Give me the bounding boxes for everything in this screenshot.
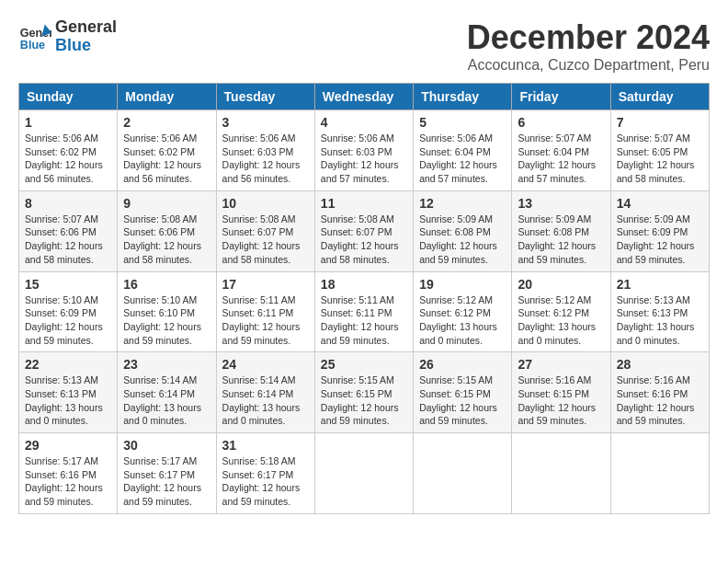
day-info: Sunrise: 5:07 AM Sunset: 6:06 PM Dayligh… — [25, 213, 111, 267]
daylight-label: Daylight: 12 hours and 59 minutes. — [321, 321, 399, 346]
logo-text: General Blue — [55, 18, 117, 55]
calendar-cell: 8 Sunrise: 5:07 AM Sunset: 6:06 PM Dayli… — [19, 190, 118, 271]
calendar-cell: 30 Sunrise: 5:17 AM Sunset: 6:17 PM Dayl… — [118, 433, 216, 514]
calendar-cell: 15 Sunrise: 5:10 AM Sunset: 6:09 PM Dayl… — [19, 271, 118, 352]
calendar-cell: 17 Sunrise: 5:11 AM Sunset: 6:11 PM Dayl… — [216, 271, 314, 352]
sunrise-label: Sunrise: 5:09 AM — [419, 213, 493, 224]
sunrise-label: Sunrise: 5:09 AM — [617, 213, 690, 224]
calendar-cell: 23 Sunrise: 5:14 AM Sunset: 6:14 PM Dayl… — [118, 352, 216, 433]
sunset-label: Sunset: 6:04 PM — [518, 146, 589, 157]
day-info: Sunrise: 5:06 AM Sunset: 6:04 PM Dayligh… — [419, 132, 506, 186]
day-number: 18 — [321, 277, 407, 292]
sunset-label: Sunset: 6:17 PM — [123, 469, 195, 480]
sunrise-label: Sunrise: 5:10 AM — [25, 294, 98, 305]
calendar-week-row: 22 Sunrise: 5:13 AM Sunset: 6:13 PM Dayl… — [19, 352, 710, 433]
sunset-label: Sunset: 6:03 PM — [222, 146, 294, 157]
day-info: Sunrise: 5:09 AM Sunset: 6:08 PM Dayligh… — [419, 213, 506, 267]
sunrise-label: Sunrise: 5:12 AM — [419, 294, 493, 305]
sunset-label: Sunset: 6:14 PM — [123, 388, 195, 399]
calendar-cell — [314, 433, 413, 514]
sunrise-label: Sunrise: 5:06 AM — [123, 132, 197, 144]
day-info: Sunrise: 5:14 AM Sunset: 6:14 PM Dayligh… — [123, 373, 210, 428]
day-info: Sunrise: 5:14 AM Sunset: 6:14 PM Dayligh… — [222, 373, 309, 428]
day-number: 5 — [419, 115, 506, 130]
calendar-cell: 4 Sunrise: 5:06 AM Sunset: 6:03 PM Dayli… — [314, 110, 413, 191]
header-tuesday: Tuesday — [216, 84, 314, 110]
sunset-label: Sunset: 6:14 PM — [222, 388, 294, 399]
calendar-cell: 19 Sunrise: 5:12 AM Sunset: 6:12 PM Dayl… — [414, 271, 512, 352]
day-info: Sunrise: 5:12 AM Sunset: 6:12 PM Dayligh… — [419, 293, 506, 348]
sunrise-label: Sunrise: 5:07 AM — [617, 132, 690, 144]
daylight-label: Daylight: 12 hours and 59 minutes. — [419, 402, 497, 427]
sunrise-label: Sunrise: 5:16 AM — [617, 374, 690, 385]
day-info: Sunrise: 5:16 AM Sunset: 6:15 PM Dayligh… — [518, 373, 604, 428]
sunset-label: Sunset: 6:15 PM — [419, 388, 491, 399]
daylight-label: Daylight: 12 hours and 59 minutes. — [518, 240, 596, 265]
sunrise-label: Sunrise: 5:13 AM — [25, 374, 98, 385]
sunset-label: Sunset: 6:08 PM — [518, 226, 589, 237]
day-number: 9 — [123, 196, 210, 211]
calendar-cell: 1 Sunrise: 5:06 AM Sunset: 6:02 PM Dayli… — [19, 110, 118, 191]
daylight-label: Daylight: 12 hours and 59 minutes. — [617, 240, 695, 265]
sunrise-label: Sunrise: 5:08 AM — [123, 213, 197, 224]
sunset-label: Sunset: 6:09 PM — [25, 307, 97, 318]
day-info: Sunrise: 5:11 AM Sunset: 6:11 PM Dayligh… — [321, 293, 407, 348]
sunset-label: Sunset: 6:08 PM — [419, 226, 491, 237]
daylight-label: Daylight: 12 hours and 57 minutes. — [419, 159, 497, 184]
day-number: 20 — [518, 277, 604, 292]
daylight-label: Daylight: 12 hours and 56 minutes. — [222, 159, 301, 184]
day-number: 17 — [222, 277, 309, 292]
day-info: Sunrise: 5:13 AM Sunset: 6:13 PM Dayligh… — [25, 373, 111, 428]
daylight-label: Daylight: 12 hours and 57 minutes. — [321, 159, 399, 184]
daylight-label: Daylight: 12 hours and 56 minutes. — [25, 159, 103, 184]
calendar-table: SundayMondayTuesdayWednesdayThursdayFrid… — [18, 83, 710, 514]
calendar-cell: 25 Sunrise: 5:15 AM Sunset: 6:15 PM Dayl… — [314, 352, 413, 433]
sunset-label: Sunset: 6:02 PM — [25, 146, 97, 157]
day-number: 15 — [25, 277, 111, 292]
calendar-cell: 12 Sunrise: 5:09 AM Sunset: 6:08 PM Dayl… — [414, 190, 512, 271]
day-number: 28 — [617, 357, 703, 372]
calendar-cell — [610, 433, 709, 514]
day-number: 27 — [518, 357, 604, 372]
sunset-label: Sunset: 6:11 PM — [222, 307, 294, 318]
day-number: 2 — [123, 115, 210, 130]
sunset-label: Sunset: 6:17 PM — [222, 469, 294, 480]
day-info: Sunrise: 5:07 AM Sunset: 6:04 PM Dayligh… — [518, 132, 604, 186]
calendar-cell: 27 Sunrise: 5:16 AM Sunset: 6:15 PM Dayl… — [512, 352, 610, 433]
daylight-label: Daylight: 12 hours and 58 minutes. — [25, 240, 103, 265]
daylight-label: Daylight: 12 hours and 58 minutes. — [222, 240, 301, 265]
calendar-cell: 9 Sunrise: 5:08 AM Sunset: 6:06 PM Dayli… — [118, 190, 216, 271]
sunrise-label: Sunrise: 5:08 AM — [321, 213, 394, 224]
daylight-label: Daylight: 13 hours and 0 minutes. — [25, 402, 103, 427]
sunset-label: Sunset: 6:04 PM — [419, 146, 491, 157]
sunset-label: Sunset: 6:10 PM — [123, 307, 195, 318]
sunrise-label: Sunrise: 5:13 AM — [617, 294, 690, 305]
daylight-label: Daylight: 12 hours and 58 minutes. — [321, 240, 399, 265]
sunrise-label: Sunrise: 5:15 AM — [321, 374, 394, 385]
sunrise-label: Sunrise: 5:06 AM — [419, 132, 493, 144]
sunset-label: Sunset: 6:11 PM — [321, 307, 392, 318]
sunrise-label: Sunrise: 5:06 AM — [321, 132, 394, 144]
day-info: Sunrise: 5:08 AM Sunset: 6:06 PM Dayligh… — [123, 213, 210, 267]
calendar-week-row: 8 Sunrise: 5:07 AM Sunset: 6:06 PM Dayli… — [19, 190, 710, 271]
sunset-label: Sunset: 6:16 PM — [25, 469, 97, 480]
sunrise-label: Sunrise: 5:06 AM — [25, 132, 98, 144]
calendar-cell: 7 Sunrise: 5:07 AM Sunset: 6:05 PM Dayli… — [610, 110, 709, 191]
calendar-cell: 14 Sunrise: 5:09 AM Sunset: 6:09 PM Dayl… — [610, 190, 709, 271]
day-number: 16 — [123, 277, 210, 292]
sunset-label: Sunset: 6:07 PM — [321, 226, 392, 237]
calendar-cell: 24 Sunrise: 5:14 AM Sunset: 6:14 PM Dayl… — [216, 352, 314, 433]
daylight-label: Daylight: 12 hours and 59 minutes. — [518, 402, 596, 427]
calendar-cell: 11 Sunrise: 5:08 AM Sunset: 6:07 PM Dayl… — [314, 190, 413, 271]
header-sunday: Sunday — [19, 84, 118, 110]
day-info: Sunrise: 5:07 AM Sunset: 6:05 PM Dayligh… — [617, 132, 703, 186]
calendar-cell: 21 Sunrise: 5:13 AM Sunset: 6:13 PM Dayl… — [610, 271, 709, 352]
header-friday: Friday — [512, 84, 610, 110]
day-number: 21 — [617, 277, 703, 292]
sunset-label: Sunset: 6:15 PM — [321, 388, 392, 399]
sunrise-label: Sunrise: 5:07 AM — [518, 132, 591, 144]
header-wednesday: Wednesday — [314, 84, 413, 110]
day-info: Sunrise: 5:06 AM Sunset: 6:03 PM Dayligh… — [321, 132, 407, 186]
day-info: Sunrise: 5:18 AM Sunset: 6:17 PM Dayligh… — [222, 454, 309, 509]
calendar-week-row: 1 Sunrise: 5:06 AM Sunset: 6:02 PM Dayli… — [19, 110, 710, 191]
